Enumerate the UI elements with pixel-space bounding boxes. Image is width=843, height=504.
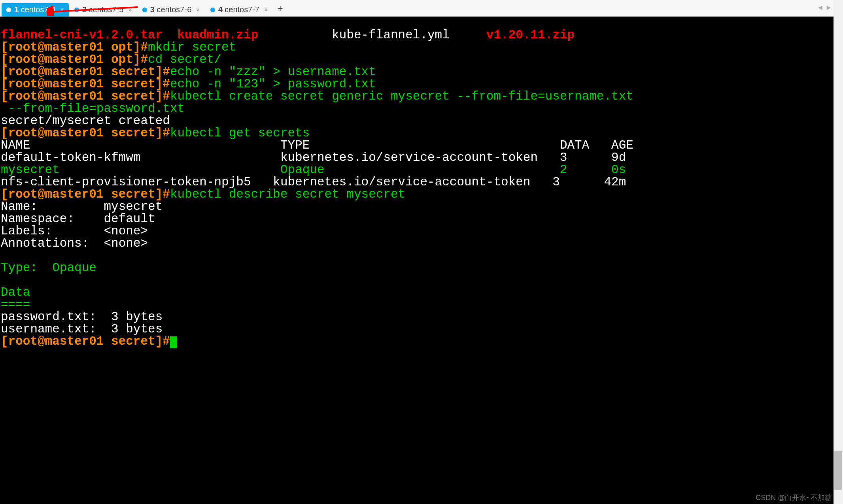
- watermark-text: CSDN @白开水~不加糖: [756, 493, 832, 502]
- status-dot-icon: [210, 8, 215, 12]
- close-icon[interactable]: ×: [264, 6, 268, 13]
- shell-prompt: [root@master01 secret]#: [1, 89, 170, 103]
- table-row: default-token-kfmwm kubernetes.io/servic…: [1, 151, 626, 164]
- table-header: NAME TYPE DATA AGE: [1, 138, 633, 152]
- shell-prompt: [root@master01 secret]#: [1, 126, 170, 140]
- tab-centos7-4[interactable]: 1 centos7-4 ×: [2, 3, 69, 17]
- command-text: kubectl get secrets: [170, 126, 310, 140]
- close-icon[interactable]: ×: [196, 6, 200, 13]
- command-continuation: --from-file=password.txt: [1, 102, 185, 115]
- command-text: echo -n "123" > password.txt: [170, 77, 376, 91]
- close-icon[interactable]: ×: [60, 6, 64, 13]
- table-row-highlighted: mysecret Opaque 2 0s: [1, 163, 626, 177]
- describe-line: Annotations: <none>: [1, 236, 148, 250]
- describe-data-item: username.txt: 3 bytes: [1, 322, 163, 336]
- output-text: secret/mysecret created: [1, 114, 170, 128]
- describe-data-sep: ====: [1, 298, 30, 311]
- vertical-scrollbar[interactable]: [834, 0, 843, 504]
- file-name: v1.20.11.zip: [486, 28, 575, 42]
- command-text: mkdir secret: [148, 40, 236, 54]
- tab-number: 4: [218, 5, 223, 14]
- close-icon[interactable]: ×: [128, 6, 132, 13]
- tab-label: centos7-5: [89, 5, 124, 14]
- scrollbar-thumb[interactable]: [834, 451, 842, 490]
- prev-tab-icon[interactable]: ◄: [818, 4, 823, 13]
- describe-line: Name: mysecret: [1, 200, 163, 213]
- tab-centos7-5[interactable]: 2 centos7-5 ×: [70, 3, 137, 17]
- status-dot-icon: [6, 8, 11, 12]
- command-text: kubectl create secret generic mysecret -…: [170, 89, 633, 103]
- describe-line: Namespace: default: [1, 212, 155, 226]
- tab-label: centos7-4: [21, 5, 56, 14]
- status-dot-icon: [74, 8, 79, 12]
- describe-data-item: password.txt: 3 bytes: [1, 310, 163, 324]
- tab-centos7-6[interactable]: 3 centos7-6 ×: [138, 3, 205, 17]
- file-name: kuadmin.zip: [178, 28, 259, 42]
- next-tab-icon[interactable]: ►: [826, 4, 831, 13]
- describe-line: Labels: <none>: [1, 224, 148, 238]
- tab-bar: 1 centos7-4 × 2 centos7-5 × 3 centos7-6 …: [0, 0, 843, 17]
- shell-prompt: [root@master01 secret]#: [1, 65, 170, 79]
- describe-type: Type: Opaque: [1, 261, 96, 275]
- shell-prompt: [root@master01 secret]#: [1, 187, 170, 201]
- command-text: cd secret/: [148, 53, 221, 66]
- command-text: kubectl describe secret mysecret: [170, 187, 405, 201]
- tab-label: centos7-6: [157, 5, 191, 14]
- terminal-output[interactable]: flannel-cni-v1.2.0.tar kuadmin.zip kube-…: [0, 17, 843, 504]
- file-name: kube-flannel.yml: [332, 28, 450, 42]
- tab-number: 1: [14, 5, 19, 14]
- shell-prompt: [root@master01 opt]#: [1, 53, 148, 66]
- shell-prompt: [root@master01 secret]#: [1, 77, 170, 91]
- tab-label: centos7-7: [225, 5, 259, 14]
- command-text: echo -n "zzz" > username.txt: [170, 65, 376, 79]
- table-row: nfs-client-provisioner-token-npjb5 kuber…: [1, 175, 626, 189]
- tab-centos7-7[interactable]: 4 centos7-7 ×: [206, 3, 273, 17]
- tab-number: 2: [82, 5, 87, 14]
- file-name: flannel-cni-v1.2.0.tar: [1, 28, 163, 42]
- shell-prompt: [root@master01 opt]#: [1, 40, 148, 54]
- describe-data-header: Data: [1, 285, 30, 299]
- status-dot-icon: [142, 8, 147, 12]
- shell-prompt: [root@master01 secret]#: [1, 334, 170, 348]
- add-tab-button[interactable]: +: [274, 2, 287, 16]
- tab-number: 3: [150, 5, 155, 14]
- cursor-icon: [170, 336, 177, 348]
